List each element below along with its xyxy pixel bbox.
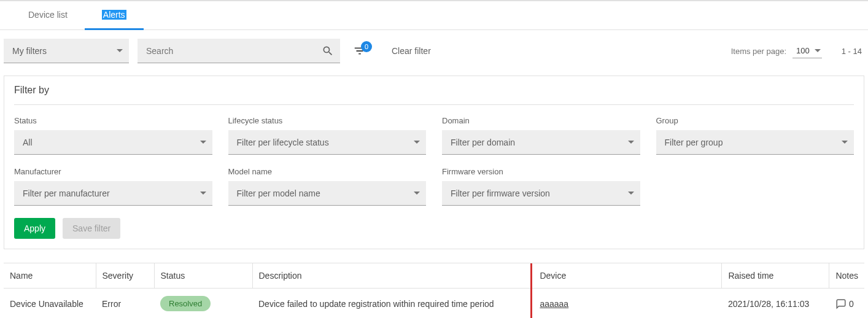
- pagination-controls: Items per page: 100 1 - 14: [731, 44, 862, 58]
- filter-icon-button[interactable]: 0: [349, 40, 371, 62]
- clear-filter-label: Clear filter: [392, 46, 431, 56]
- chevron-down-icon: [628, 141, 634, 144]
- filter-model-label: Model name: [228, 167, 427, 176]
- filter-lifecycle-value: Filter per lifecycle status: [237, 138, 329, 147]
- chevron-down-icon: [200, 141, 206, 144]
- clear-filter-button[interactable]: Clear filter: [386, 41, 437, 61]
- filter-status: Status All: [14, 116, 212, 155]
- tab-device-list[interactable]: Device list: [11, 1, 85, 29]
- tab-label: Alerts: [102, 10, 126, 20]
- apply-label: Apply: [24, 223, 45, 233]
- tab-label: Device list: [28, 10, 68, 20]
- table-header-row: Name Severity Status Description Device …: [4, 263, 864, 289]
- cell-raised-time: 2021/10/28, 16:11:03: [722, 289, 829, 319]
- filter-domain: Domain Filter per domain: [442, 116, 640, 155]
- notes-count: 0: [849, 299, 854, 309]
- th-severity[interactable]: Severity: [96, 263, 154, 289]
- comment-icon: [835, 298, 847, 309]
- search-icon[interactable]: [322, 45, 334, 57]
- cell-severity: Error: [96, 289, 154, 319]
- filter-firmware: Firmware version Filter per firmware ver…: [442, 167, 640, 206]
- device-link[interactable]: aaaaaa: [540, 299, 568, 309]
- filter-lifecycle-select[interactable]: Filter per lifecycle status: [228, 130, 427, 155]
- chevron-down-icon: [414, 192, 420, 195]
- tabs: Device list Alerts: [0, 1, 868, 30]
- th-device[interactable]: Device: [532, 263, 722, 289]
- filter-group-label: Group: [656, 116, 854, 125]
- filter-firmware-select[interactable]: Filter per firmware version: [442, 181, 640, 206]
- filter-domain-value: Filter per domain: [451, 138, 515, 147]
- chevron-down-icon: [842, 141, 848, 144]
- pagination-range: 1 - 14: [842, 47, 862, 56]
- filter-title: Filter by: [14, 85, 854, 105]
- filter-manufacturer-select[interactable]: Filter per manufacturer: [14, 181, 212, 206]
- filter-lifecycle: Lifecycle status Filter per lifecycle st…: [228, 116, 427, 155]
- cell-name: Device Unavailable: [4, 289, 96, 319]
- alerts-table: Name Severity Status Description Device …: [4, 263, 864, 318]
- save-filter-label: Save filter: [72, 223, 110, 233]
- cell-notes[interactable]: 0: [829, 289, 864, 319]
- filter-manufacturer: Manufacturer Filter per manufacturer: [14, 167, 212, 206]
- filter-actions: Apply Save filter: [14, 218, 854, 239]
- chevron-down-icon: [815, 49, 821, 52]
- cell-description: Device failed to update registration wit…: [252, 289, 532, 319]
- items-per-page-value: 100: [796, 46, 810, 55]
- filter-lifecycle-label: Lifecycle status: [228, 116, 427, 125]
- th-status[interactable]: Status: [154, 263, 252, 289]
- save-filter-button[interactable]: Save filter: [63, 218, 120, 239]
- items-per-page-select[interactable]: 100: [792, 44, 822, 58]
- filter-group-select[interactable]: Filter per group: [656, 130, 854, 155]
- filter-status-select[interactable]: All: [14, 130, 212, 155]
- toolbar: My filters 0 Clear filter Items per page…: [0, 30, 868, 63]
- filter-grid: Status All Lifecycle status Filter per l…: [14, 116, 854, 206]
- search-input[interactable]: [146, 46, 322, 56]
- filter-model-value: Filter per model name: [237, 188, 320, 198]
- my-filters-select[interactable]: My filters: [4, 39, 129, 63]
- filter-group: Group Filter per group: [656, 116, 854, 155]
- chevron-down-icon: [200, 192, 206, 195]
- status-chip: Resolved: [160, 296, 211, 311]
- filter-status-label: Status: [14, 116, 212, 125]
- my-filters-label: My filters: [12, 46, 47, 56]
- filter-manufacturer-value: Filter per manufacturer: [23, 188, 110, 198]
- table-row[interactable]: Device Unavailable Error Resolved Device…: [4, 289, 864, 319]
- cell-device: aaaaaa: [532, 289, 722, 319]
- filter-domain-label: Domain: [442, 116, 640, 125]
- chevron-down-icon: [117, 49, 123, 52]
- th-raised-time[interactable]: Raised time: [722, 263, 829, 289]
- chevron-down-icon: [414, 141, 420, 144]
- cell-status: Resolved: [154, 289, 252, 319]
- filter-firmware-label: Firmware version: [442, 167, 640, 176]
- filter-domain-select[interactable]: Filter per domain: [442, 130, 640, 155]
- tab-alerts[interactable]: Alerts: [85, 1, 144, 30]
- filter-panel: Filter by Status All Lifecycle status Fi…: [4, 76, 864, 249]
- apply-button[interactable]: Apply: [14, 218, 55, 239]
- th-description[interactable]: Description: [252, 263, 532, 289]
- filter-group-value: Filter per group: [665, 138, 723, 147]
- filter-manufacturer-label: Manufacturer: [14, 167, 212, 176]
- filter-model: Model name Filter per model name: [228, 167, 427, 206]
- th-name[interactable]: Name: [4, 263, 96, 289]
- items-per-page-label: Items per page:: [731, 47, 786, 56]
- filter-firmware-value: Filter per firmware version: [451, 188, 550, 198]
- th-notes[interactable]: Notes: [829, 263, 864, 289]
- alerts-table-wrap: Name Severity Status Description Device …: [4, 263, 864, 318]
- filter-badge: 0: [361, 41, 372, 52]
- search-box[interactable]: [138, 39, 340, 63]
- filter-model-select[interactable]: Filter per model name: [228, 181, 427, 206]
- filter-status-value: All: [23, 138, 33, 147]
- chevron-down-icon: [628, 192, 634, 195]
